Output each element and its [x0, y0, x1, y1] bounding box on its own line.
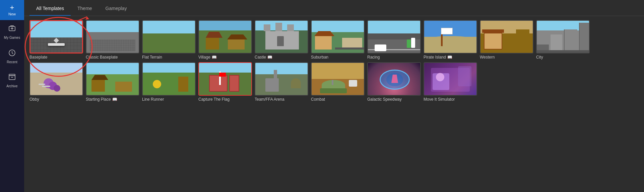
pirate-book-icon: 📖: [447, 55, 452, 60]
my-games-icon: [8, 24, 16, 34]
template-starting-place[interactable]: Starting Place 📖: [86, 62, 139, 102]
template-suburban[interactable]: Suburban: [311, 20, 365, 60]
racing-label: Racing: [367, 55, 380, 60]
tab-gameplay[interactable]: Gameplay: [99, 2, 134, 16]
castle-label: Castle: [255, 55, 266, 60]
template-capture-the-flag[interactable]: Capture The Flag: [198, 62, 252, 102]
flat-terrain-label: Flat Terrain: [142, 55, 162, 60]
template-move-it-simulator[interactable]: Move It Simulator: [424, 62, 477, 102]
template-flat-terrain[interactable]: Flat Terrain: [142, 20, 196, 60]
sidebar-item-my-games[interactable]: My Games: [0, 20, 24, 44]
svg-marker-9: [85, 17, 89, 20]
template-baseplate[interactable]: Baseplate: [29, 20, 83, 60]
plus-icon: +: [10, 4, 14, 11]
move-it-simulator-label: Move It Simulator: [424, 97, 455, 102]
template-line-runner[interactable]: Line Runner: [142, 62, 196, 102]
templates-grid: Baseplate: [29, 20, 639, 102]
team-ffa-label: Team/FFA Arena: [255, 97, 284, 102]
line-runner-label: Line Runner: [142, 97, 164, 102]
template-racing[interactable]: Racing: [367, 20, 421, 60]
template-obby[interactable]: Obby: [29, 62, 83, 102]
tabs-bar: All Templates Theme Gameplay: [24, 0, 644, 16]
sidebar: + New My Games Recent: [0, 0, 24, 192]
template-city[interactable]: City: [536, 20, 590, 60]
archive-label: Archive: [6, 84, 17, 88]
baseplate-label: Baseplate: [29, 55, 47, 60]
sidebar-item-recent[interactable]: Recent: [0, 44, 24, 68]
template-classic-baseplate[interactable]: Classic Baseplate: [86, 20, 139, 60]
templates-area: Baseplate: [24, 16, 644, 192]
template-pirate-island[interactable]: Pirate Island 📖: [424, 20, 477, 60]
tab-theme[interactable]: Theme: [71, 2, 99, 16]
svg-rect-5: [9, 76, 15, 80]
obby-label: Obby: [29, 97, 39, 102]
combat-label: Combat: [311, 97, 325, 102]
western-label: Western: [480, 55, 495, 60]
pirate-island-label: Pirate Island: [424, 55, 446, 60]
capture-the-flag-label: Capture The Flag: [198, 97, 230, 102]
sidebar-item-archive[interactable]: Archive: [0, 68, 24, 92]
main-content: All Templates Theme Gameplay: [24, 0, 644, 192]
suburban-label: Suburban: [311, 55, 328, 60]
new-button[interactable]: + New: [0, 0, 24, 20]
archive-icon: [8, 73, 16, 83]
new-label: New: [8, 12, 16, 16]
galactic-speedway-label: Galactic Speedway: [367, 97, 402, 102]
template-galactic-speedway[interactable]: Galactic Speedway: [367, 62, 421, 102]
template-row-2: Obby Starting Place 📖: [29, 62, 639, 102]
village-label: Village: [198, 55, 210, 60]
village-book-icon: 📖: [212, 55, 217, 60]
template-combat[interactable]: Combat: [311, 62, 365, 102]
template-village[interactable]: Village 📖: [198, 20, 252, 60]
template-team-ffa-arena[interactable]: Team/FFA Arena: [255, 62, 308, 102]
template-western[interactable]: Western: [480, 20, 533, 60]
castle-book-icon: 📖: [267, 55, 272, 60]
recent-label: Recent: [7, 60, 17, 64]
recent-icon: [8, 49, 16, 59]
city-label: City: [536, 55, 543, 60]
tab-all-templates[interactable]: All Templates: [29, 2, 71, 16]
my-games-label: My Games: [4, 36, 20, 40]
template-row-1: Baseplate: [29, 20, 639, 60]
starting-place-book-icon: 📖: [112, 97, 117, 102]
starting-place-label: Starting Place: [86, 97, 111, 102]
template-castle[interactable]: Castle 📖: [255, 20, 308, 60]
classic-baseplate-label: Classic Baseplate: [86, 55, 118, 60]
